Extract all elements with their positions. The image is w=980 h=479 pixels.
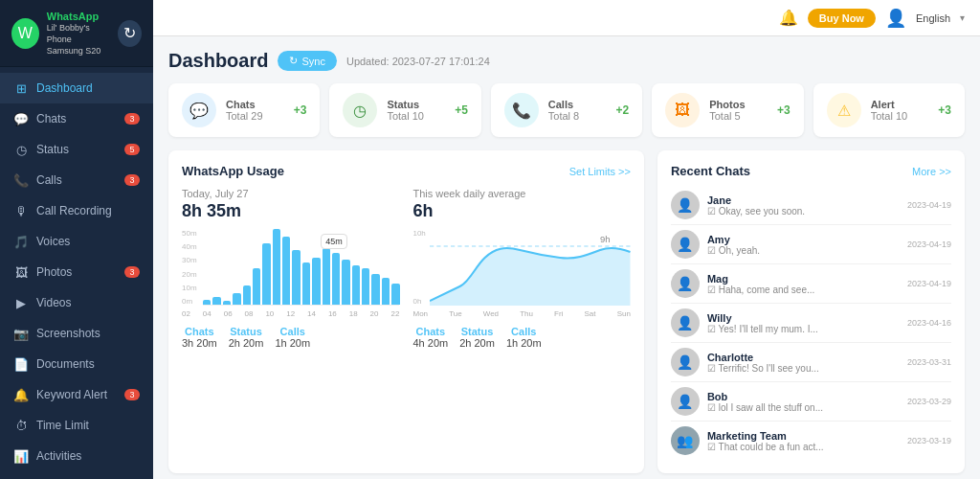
avg-time: 6h [412,201,630,221]
stat-delta: +3 [294,103,307,117]
chat-list-item[interactable]: 👤 Amy ☑ Oh, yeah. 2023-04-19 [671,225,951,264]
sidebar-item-activities[interactable]: 📊 Activities [0,441,153,471]
sidebar-item-keyword-alert[interactable]: 🔔 Keyword Alert 3 [0,379,153,410]
chat-list-item[interactable]: 👤 Willy ☑ Yes! I'll tell my mum. I... 20… [671,304,951,343]
sidebar-item-label: Screenshots [36,327,140,340]
stat-delta: +5 [455,103,468,117]
sidebar-item-dashboard[interactable]: ⊞ Dashboard [0,73,153,103]
stat-info: Calls Total 8 [548,99,607,122]
sidebar-item-calls[interactable]: 📞 Calls 3 [0,165,153,195]
chat-list-item[interactable]: 👤 Bob ☑ lol I saw all the stuff on... 20… [671,382,951,422]
bar-item [391,284,399,305]
usage-body: Today, July 27 8h 35m 50m 40m 30m 20m 10… [182,188,631,349]
stat-label: Calls [275,326,310,337]
stat-value: 2h 20m [229,337,264,349]
stat-total: Total 8 [548,110,607,122]
chat-preview: ☑ Terrific! So I'll see you... [707,363,900,374]
sidebar-item-time-limit[interactable]: ⏱ Time Limit [0,410,153,441]
bar-item [323,248,330,305]
bar-chart [203,229,399,306]
avg-label: This week daily average [412,188,630,199]
sidebar-item-data-export[interactable]: 📤 Data Export [0,471,153,479]
stat-value: 1h 20m [275,337,310,349]
right-stat-chats: Chats 4h 20m [412,326,448,349]
y-label-10: 10m [182,284,197,292]
stat-info: Photos Total 5 [709,99,768,122]
sidebar-item-call-recording[interactable]: 🎙 Call Recording [0,195,153,226]
more-chats-link[interactable]: More >> [912,166,951,177]
y-label-30: 30m [182,256,197,264]
stat-info: Chats Total 29 [226,99,284,122]
sidebar-item-icon: ▶ [13,295,29,310]
stat-icon: ◷ [343,93,377,127]
chat-list-item[interactable]: 👤 Jane ☑ Okay, see you soon. 2023-04-19 [671,186,951,225]
y-label-20: 20m [182,270,197,279]
sidebar-item-documents[interactable]: 📄 Documents [0,349,153,379]
sidebar-item-photos[interactable]: 🖼 Photos 3 [0,257,153,287]
bar-item [282,237,290,305]
chat-name: Bob [707,391,900,402]
sidebar-item-label: Videos [36,296,140,309]
chat-preview: ☑ That could be a fun act... [707,442,900,452]
bar-item [243,285,251,305]
usage-section: WhatsApp Usage Set Limits >> Today, July… [168,150,644,473]
sidebar-item-videos[interactable]: ▶ Videos [0,287,153,318]
sidebar-item-screenshots[interactable]: 📷 Screenshots [0,318,153,349]
stat-label: Chats [182,326,217,337]
chat-date: 2023-03-19 [907,436,951,445]
bar-item [203,300,211,305]
stat-value: 1h 20m [506,337,542,349]
chat-list-item[interactable]: 👤 Charlotte ☑ Terrific! So I'll see you.… [671,343,951,382]
bar-item [292,250,300,305]
svg-text:9h: 9h [601,235,611,244]
sidebar-sync-button[interactable]: ↻ [118,20,142,47]
chat-date: 2023-03-29 [907,397,951,406]
stat-delta: +2 [616,103,630,117]
sidebar-item-label: Dashboard [36,81,140,95]
chat-avatar: 👤 [671,191,700,219]
sidebar-header: W WhatsApp Lil' Bobby's Phone Samsung S2… [0,0,153,67]
chat-list-item[interactable]: 👥 Marketing Team ☑ That could be a fun a… [671,422,951,460]
stat-card-calls[interactable]: 📞 Calls Total 8 +2 [491,83,642,137]
chat-preview: ☑ Oh, yeah. [707,245,900,256]
chat-name: Charlotte [707,352,900,363]
sidebar-item-label: Photos [36,265,117,279]
notification-bell-icon[interactable]: 🔔 [779,9,798,27]
sidebar-item-icon: ⏱ [13,418,29,433]
stat-card-status[interactable]: ◷ Status Total 10 +5 [329,83,480,137]
bar-item [223,301,231,305]
chat-avatar: 👤 [671,269,700,298]
chat-name: Amy [707,234,900,245]
chat-list-item[interactable]: 👤 Mag ☑ Haha, come and see... 2023-04-19 [671,264,951,304]
sync-icon: ↻ [289,55,298,67]
chat-avatar: 👥 [671,426,700,455]
sidebar-item-voices[interactable]: 🎵 Voices [0,226,153,257]
y-label-0: 0m [182,297,197,306]
stat-card-alert[interactable]: ⚠ Alert Total 10 +3 [813,83,965,137]
bar-item [273,229,280,305]
chat-date: 2023-03-31 [907,357,951,367]
set-limits-link[interactable]: Set Limits >> [569,166,631,177]
chat-avatar: 👤 [671,230,700,259]
chat-date: 2023-04-19 [907,200,951,210]
stat-icon: ⚠ [827,93,861,127]
sidebar-item-status[interactable]: ◷ Status 5 [0,134,153,165]
bar-item [312,258,320,305]
sync-button[interactable]: ↻ Sync [278,51,336,71]
right-stat-calls: Calls 1h 20m [506,326,542,349]
stat-label: Status [459,326,495,337]
language-selector[interactable]: English [916,12,950,24]
stat-card-photos[interactable]: 🖼 Photos Total 5 +3 [652,83,803,137]
stat-total: Total 10 [871,110,929,122]
stat-value: 3h 20m [182,337,217,349]
stat-total: Total 29 [226,110,284,122]
user-icon[interactable]: 👤 [885,8,906,29]
chat-avatar: 👤 [671,348,700,376]
bar-item [352,265,360,305]
stat-card-chats[interactable]: 💬 Chats Total 29 +3 [168,83,320,137]
chat-info: Mag ☑ Haha, come and see... [707,273,900,295]
sidebar-item-chats[interactable]: 💬 Chats 3 [0,103,153,134]
buy-now-button[interactable]: Buy Now [808,9,876,28]
bar-tooltip: 45m [321,234,347,249]
chat-avatar: 👤 [671,308,700,337]
